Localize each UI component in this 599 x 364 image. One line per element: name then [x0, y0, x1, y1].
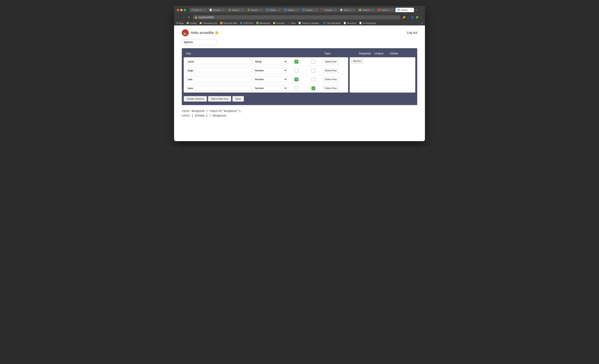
tab-amand1[interactable]: 📄 Amand... ✕ — [207, 8, 226, 12]
schema-preview-tag: MyPets — [351, 59, 363, 63]
delete-row-button[interactable]: Delete Row — [323, 77, 339, 82]
page-header: 🦔 Hello armadilla 👋 Log out — [182, 29, 417, 36]
tab-recs[interactable]: 📋 Recs a... ✕ — [338, 8, 356, 12]
tab-close-icon[interactable]: ✕ — [242, 9, 243, 11]
bookmark-teachers[interactable]: 📑 Teacher's Handbo... — [298, 22, 321, 24]
bookmarks-more-icon[interactable]: » — [421, 22, 423, 25]
tab-close-icon[interactable]: ✕ — [392, 9, 393, 11]
tab-close-icon[interactable]: ✕ — [353, 9, 354, 11]
bookmark-realbook[interactable]: 🌐 The Real Book — [323, 22, 341, 24]
tab-aflinky1[interactable]: 🌐 aflinky... ✕ — [264, 8, 282, 12]
tab-label: aflinky... — [288, 9, 296, 11]
close-button[interactable] — [177, 9, 179, 11]
delete-cell: Delete Row — [323, 59, 346, 64]
reload-button[interactable]: ↻ — [187, 16, 191, 19]
key-input[interactable] — [186, 86, 251, 91]
tab-fiche[interactable]: 🔴 Fiche S... ✕ — [376, 8, 395, 12]
bookmark-label: MyHunter Mail — [223, 22, 237, 24]
tab-close-icon[interactable]: ✕ — [315, 9, 317, 11]
create-schema-button[interactable]: Create Schema — [184, 96, 207, 102]
type-select[interactable]: String Number Boolean Date Array Object — [252, 76, 287, 82]
tab-schema[interactable]: 🌐 Schem... ✕ — [396, 8, 414, 12]
delete-row-button[interactable]: Delete Row — [323, 86, 339, 91]
required-checkbox[interactable] — [294, 86, 298, 90]
key-input[interactable] — [186, 77, 251, 82]
tab-close-icon[interactable]: ✕ — [278, 9, 280, 11]
tab-close-icon[interactable]: ✕ — [334, 9, 336, 11]
browser-toolbar-icons: 🔑 ☆ 👤 🧩 ⋮ — [402, 16, 423, 19]
type-select[interactable]: String Number Boolean Date Array Object — [252, 68, 287, 73]
bookmark-label: Le Petit prince — [363, 22, 376, 24]
tab-swell[interactable]: ⚡ Swell P... ✕ — [226, 8, 245, 12]
tab-close-icon[interactable]: ✕ — [410, 9, 412, 11]
url-bar[interactable]: 🔒 localhost:8080 — [193, 15, 400, 19]
bookmark-lepetit[interactable]: 📑 Le Petit prince — [359, 22, 376, 24]
required-checkbox[interactable] — [294, 60, 298, 64]
drive-icon: 🔺 — [287, 22, 290, 24]
key-input[interactable] — [186, 68, 251, 73]
extension-icon[interactable]: 🧩 — [415, 16, 419, 19]
bookmark-nourriture[interactable]: 📑 Nourriture — [344, 22, 356, 24]
code-line-1: const mongoose = require('mongoose'); — [182, 109, 417, 114]
maximize-button[interactable] — [184, 9, 186, 11]
delete-row-button[interactable]: Delete Row — [323, 59, 339, 64]
bookmark-apps[interactable]: ⊞ Apps — [176, 22, 184, 24]
bookmark-coding[interactable]: 📁 Coding — [186, 22, 197, 24]
type-select[interactable]: String Number Boolean Date Array Object — [252, 59, 287, 64]
bookmark-cuny[interactable]: 📘 CUNYFirst — [240, 22, 253, 24]
header-type: Type — [324, 52, 359, 55]
tab-close-icon[interactable]: ✕ — [261, 9, 262, 11]
tab-sophie[interactable]: 🌐 Sophie... ✕ — [300, 8, 319, 12]
url-text: localhost:8080 — [199, 16, 213, 19]
new-tab-button[interactable]: + — [414, 8, 418, 12]
delete-row-button[interactable]: Delete Row — [323, 68, 339, 73]
type-cell: String Number Boolean Date Array Object — [252, 76, 287, 82]
type-select[interactable]: String Number Boolean Date Array Object — [252, 85, 287, 91]
forward-button[interactable]: → — [182, 16, 186, 19]
code-block: const mongoose = require('mongoose'); co… — [182, 109, 417, 118]
header-unique: Unique — [374, 52, 390, 55]
tab-label: Fiche S... — [382, 9, 391, 11]
bookmark-francais[interactable]: 📁 Français — [273, 22, 284, 24]
doc-icon: 📑 — [344, 22, 346, 24]
save-button[interactable]: Save — [232, 96, 244, 102]
unique-checkbox[interactable] — [311, 60, 315, 64]
star-icon[interactable]: ☆ — [407, 16, 409, 19]
key-cell — [186, 59, 251, 64]
unique-checkbox[interactable] — [311, 77, 315, 81]
bookmark-blackboard[interactable]: 🟩 Blackboard — [256, 22, 270, 24]
delete-cell: Delete Row — [323, 68, 346, 73]
required-checkbox[interactable] — [294, 69, 298, 73]
bookmark-myhunter[interactable]: 🟧 MyHunter Mail — [220, 22, 237, 24]
tab-amand2[interactable]: ⚡ Amand... ✕ — [246, 8, 264, 12]
tab-close-icon[interactable]: ✕ — [297, 9, 298, 11]
unique-checkbox[interactable] — [311, 86, 315, 90]
tab-close-icon[interactable]: ✕ — [203, 9, 205, 11]
bookmark-drive[interactable]: 🔺 Drive — [287, 22, 296, 24]
bookmark-command-line[interactable]: 📁 Command Line — [199, 22, 217, 24]
delete-cell: Delete Row — [323, 86, 346, 91]
page-content: 🦔 Hello armadilla 👋 Log out Key Type Req… — [174, 25, 425, 141]
required-checkbox[interactable] — [294, 77, 298, 81]
tab-extensi[interactable]: ⭐ Extensi... ✕ — [357, 8, 376, 12]
tab-label: Extensi... — [362, 9, 371, 11]
settings-icon[interactable]: ⋮ — [420, 16, 423, 19]
key-input[interactable] — [186, 59, 251, 64]
back-button[interactable]: ← — [176, 16, 181, 19]
tab-close-icon[interactable]: ✕ — [222, 9, 224, 11]
tab-boite[interactable]: ✉ Boîte d... ✕ — [190, 8, 207, 12]
minimize-button[interactable] — [180, 9, 183, 11]
tab-close-icon[interactable]: ✕ — [372, 9, 374, 11]
key-icon[interactable]: 🔑 — [402, 16, 405, 19]
unique-checkbox[interactable] — [311, 69, 315, 73]
schema-name-input[interactable] — [182, 39, 217, 45]
address-bar: ← → ↻ 🔒 localhost:8080 🔑 ☆ 👤 🧩 ⋮ — [174, 14, 425, 21]
logout-button[interactable]: Log out — [407, 31, 417, 34]
tab-amand3[interactable]: 💼 Amand... ✕ — [319, 8, 338, 12]
folder-icon: 📁 — [273, 22, 276, 24]
add-new-key-button[interactable]: Add a New Key — [208, 96, 231, 102]
header-key: Key — [186, 52, 324, 55]
tab-icon: 💼 — [321, 9, 324, 11]
profile-icon[interactable]: 👤 — [411, 16, 414, 19]
tab-aflinky2[interactable]: 🌐 aflinky... ✕ — [282, 8, 300, 12]
